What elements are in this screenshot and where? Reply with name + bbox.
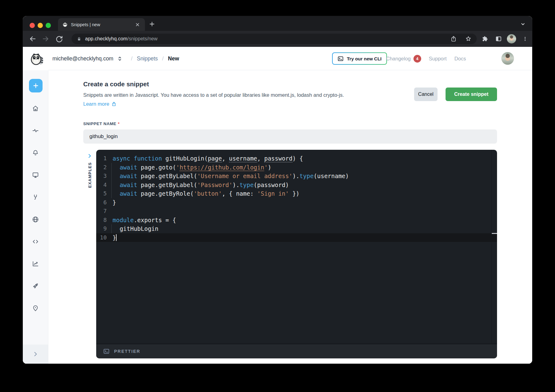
line-number: 9 bbox=[96, 224, 107, 233]
back-icon[interactable] bbox=[29, 35, 37, 43]
prettier-label: PRETTIER bbox=[114, 349, 140, 354]
rocket-icon bbox=[32, 282, 39, 290]
sidebar-collapse-toggle[interactable] bbox=[23, 345, 48, 364]
code-area[interactable]: 1async function gitHubLogin(page, userna… bbox=[96, 150, 497, 344]
code-line-10[interactable]: 10} bbox=[96, 233, 497, 242]
create-snippet-button[interactable]: Create snippet bbox=[446, 88, 497, 101]
learn-more-link[interactable]: Learn more bbox=[83, 101, 117, 107]
code-line-5[interactable]: 5 await page.getByRole('button', { name:… bbox=[96, 189, 497, 198]
sidebar-item-rocket[interactable] bbox=[32, 282, 39, 290]
cancel-button[interactable]: Cancel bbox=[414, 88, 438, 101]
checkly-raccoon-logo[interactable] bbox=[30, 51, 44, 66]
account-switcher[interactable]: michelle@checklyhq.com bbox=[52, 55, 113, 62]
tab-search-chevron-icon[interactable] bbox=[520, 21, 526, 27]
side-panel-icon[interactable] bbox=[495, 35, 502, 43]
line-number: 1 bbox=[96, 154, 107, 163]
tab-close-icon[interactable] bbox=[134, 22, 141, 28]
line-code: } bbox=[113, 233, 117, 242]
try-cli-label: Try our new CLI bbox=[347, 56, 382, 61]
sidebar-item-globe[interactable] bbox=[32, 216, 39, 223]
snippet-name-input[interactable] bbox=[83, 129, 497, 144]
url-path: /snippets/new bbox=[127, 36, 158, 42]
examples-label[interactable]: EXAMPLES bbox=[88, 162, 92, 188]
line-number: 2 bbox=[96, 163, 107, 172]
code-line-9[interactable]: 9 gitHubLogin bbox=[96, 224, 497, 233]
window-zoom-button[interactable] bbox=[46, 23, 51, 28]
breadcrumb-snippets[interactable]: Snippets bbox=[137, 55, 158, 62]
code-line-1[interactable]: 1async function gitHubLogin(page, userna… bbox=[96, 154, 497, 163]
terminal-icon bbox=[337, 55, 344, 62]
address-bar[interactable]: app.checklyhq.com/snippets/new bbox=[72, 34, 477, 44]
try-cli-button[interactable]: Try our new CLI bbox=[332, 52, 387, 65]
changelog-badge: 4 bbox=[413, 55, 421, 63]
lock-icon bbox=[76, 36, 82, 42]
code-line-4[interactable]: 4 await page.getByLabel('Password').type… bbox=[96, 181, 497, 190]
sidebar-item-map-pin[interactable] bbox=[32, 304, 39, 312]
main-content: Create a code snippet Snippets are writt… bbox=[48, 70, 532, 364]
create-new-button[interactable] bbox=[29, 79, 43, 92]
line-code: await page.getByLabel('Password').type(p… bbox=[113, 181, 289, 190]
app-sidebar bbox=[23, 70, 48, 364]
line-number: 6 bbox=[96, 198, 107, 207]
required-asterisk: * bbox=[118, 121, 120, 126]
plus-icon bbox=[32, 82, 39, 89]
monitor-icon bbox=[32, 171, 39, 179]
changelog-label: Changelog bbox=[386, 56, 411, 62]
code-line-8[interactable]: 8module.exports = { bbox=[96, 216, 497, 225]
code-line-6[interactable]: 6} bbox=[96, 198, 497, 207]
tab-title: Snippets | new bbox=[71, 22, 134, 27]
globe-icon bbox=[32, 216, 39, 223]
examples-expand-chevron-icon[interactable] bbox=[87, 153, 92, 158]
nav-changelog[interactable]: Changelog 4 bbox=[386, 55, 421, 63]
sidebar-item-line-chart[interactable] bbox=[32, 260, 39, 267]
examples-rail: EXAMPLES bbox=[83, 150, 96, 188]
sidebar-item-wrench[interactable] bbox=[32, 194, 39, 201]
new-tab-button[interactable] bbox=[149, 21, 155, 27]
code-line-7[interactable]: 7 bbox=[96, 207, 497, 216]
reload-icon[interactable] bbox=[55, 35, 63, 43]
browser-toolbar: app.checklyhq.com/snippets/new bbox=[23, 31, 532, 47]
bookmark-star-icon[interactable] bbox=[465, 35, 472, 42]
page-title: Create a code snippet bbox=[83, 80, 149, 88]
window-minimize-button[interactable] bbox=[38, 23, 43, 28]
line-number: 4 bbox=[96, 181, 107, 190]
sidebar-item-code-brackets[interactable] bbox=[32, 238, 39, 245]
browser-tab[interactable]: Snippets | new bbox=[58, 18, 145, 31]
browser-profile-avatar[interactable] bbox=[507, 34, 516, 43]
terminal-icon bbox=[103, 348, 110, 355]
code-brackets-icon bbox=[32, 238, 39, 245]
sidebar-item-home[interactable] bbox=[32, 105, 39, 112]
url-host: app.checklyhq.com bbox=[85, 36, 127, 42]
window-close-button[interactable] bbox=[30, 23, 35, 28]
nav-docs[interactable]: Docs bbox=[454, 56, 466, 62]
forward-icon[interactable] bbox=[42, 35, 50, 43]
code-line-2[interactable]: 2 await page.goto('https://github.com/lo… bbox=[96, 163, 497, 172]
snippet-name-label: SNIPPET NAME* bbox=[83, 121, 120, 126]
external-link-icon bbox=[111, 101, 117, 107]
code-editor[interactable]: 1async function gitHubLogin(page, userna… bbox=[96, 150, 497, 358]
line-code: } bbox=[113, 198, 116, 207]
tab-favicon-raccoon-icon bbox=[62, 22, 68, 27]
nav-support[interactable]: Support bbox=[429, 56, 447, 62]
line-number: 10 bbox=[96, 233, 107, 242]
docs-label: Docs bbox=[454, 56, 466, 62]
code-line-3[interactable]: 3 await page.getByLabel('Username or ema… bbox=[96, 172, 497, 181]
extensions-icon[interactable] bbox=[481, 35, 488, 43]
account-selector-chevrons-icon[interactable] bbox=[117, 55, 123, 62]
home-icon bbox=[32, 105, 39, 112]
breadcrumb-separator: / bbox=[162, 55, 164, 62]
chevron-right-icon bbox=[32, 351, 39, 357]
app-header: michelle@checklyhq.com / Snippets / New … bbox=[23, 47, 532, 70]
sidebar-item-monitor[interactable] bbox=[32, 171, 39, 179]
browser-menu-icon[interactable] bbox=[522, 35, 528, 43]
share-icon[interactable] bbox=[450, 35, 457, 42]
line-code: await page.getByLabel('Username or email… bbox=[113, 172, 349, 181]
user-avatar[interactable] bbox=[501, 52, 514, 65]
sidebar-item-bell[interactable] bbox=[32, 149, 39, 157]
editor-scrollbar[interactable] bbox=[491, 150, 497, 344]
sidebar-item-activity[interactable] bbox=[32, 127, 39, 134]
line-number: 5 bbox=[96, 189, 107, 198]
checkly-app: michelle@checklyhq.com / Snippets / New … bbox=[23, 47, 532, 364]
header-nav: Changelog 4 Support Docs bbox=[386, 47, 466, 70]
line-code: await page.goto('https://github.com/logi… bbox=[113, 163, 271, 172]
